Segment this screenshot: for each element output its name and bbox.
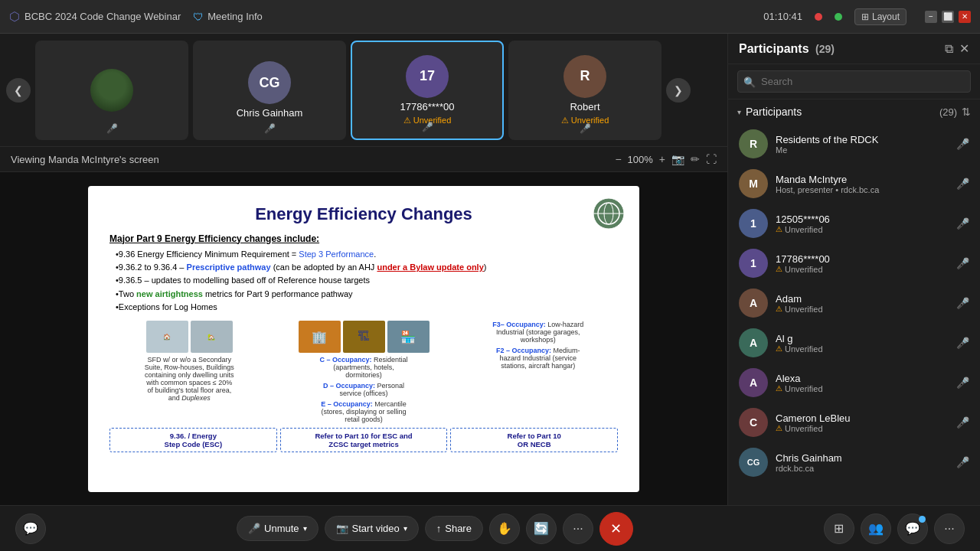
close-button[interactable]: ✕ xyxy=(959,11,971,23)
meeting-info-btn[interactable]: 🛡 Meeting Info xyxy=(193,11,263,23)
participant-card-robert: R Robert ⚠ Unverified 🎤 xyxy=(508,41,662,140)
participant-item-manda: M Manda McIntyre Host, presenter • rdck.… xyxy=(728,164,980,204)
warning-icon-alexa: ⚠ xyxy=(776,384,782,393)
bullet-2: •9.36.2 to 9.36.4 – Prescriptive pathway… xyxy=(116,262,618,273)
participant-item-alg: A Al g ⚠ Unverified 🎤 xyxy=(728,323,980,363)
content-header: Viewing Manda McIntyre's screen − 100% +… xyxy=(0,147,727,172)
cde-section: 🏢 🏗 🏪 C – Occupancy: Residential (apartm… xyxy=(284,321,444,423)
recording-dot xyxy=(815,13,822,21)
warning-icon-12505: ⚠ xyxy=(776,225,782,233)
raise-hand-button[interactable]: ✋ xyxy=(489,514,520,544)
participant-strip: ❮ 🎤 CG Chris Gainham 🎤 17 17786****00 ⚠ … xyxy=(0,34,727,147)
reactions-icon: 🔄 xyxy=(534,521,549,536)
annotation-button[interactable]: 📷 xyxy=(671,153,684,165)
maximize-button[interactable]: ⬜ xyxy=(942,11,954,23)
participant-card-17786: 17 17786****00 ⚠ Unverified 🎤 xyxy=(351,41,504,140)
participant-info-chris-g: Chris Gainham rdck.bc.ca xyxy=(776,452,949,473)
participant-info-alexa: Alexa ⚠ Unverified xyxy=(776,373,949,393)
bottom-labels: 9.36. / EnergyStep Code (ESC) Refer to P… xyxy=(109,428,618,452)
reactions-button[interactable]: 🔄 xyxy=(526,514,557,544)
mic-off-icon-1: 🎤 xyxy=(106,123,118,134)
avatar-17786: 17 xyxy=(406,55,449,98)
section-header[interactable]: ▾ Participants (29) ⇅ xyxy=(728,99,980,124)
sfd-img-2: 🏡 xyxy=(191,321,233,353)
mic-icon-rdck: 🎤 xyxy=(956,138,969,150)
window-controls: − ⬜ ✕ xyxy=(925,11,971,23)
more-right-button[interactable]: ··· xyxy=(934,514,965,544)
chevron-down-icon: ▾ xyxy=(737,108,741,116)
presentation-slide: Energy Efficiency Changes Major Part 9 E… xyxy=(88,186,639,492)
f-section: F3– Occupancy: Low-hazard Industrial (st… xyxy=(458,321,618,370)
slide-logo xyxy=(592,197,626,230)
bullet-1: •9.36 Energy Efficiency Minimum Requirem… xyxy=(116,249,618,260)
start-video-button[interactable]: 📷 Start video ▾ xyxy=(325,516,419,541)
participant-info-cameron: Cameron LeBleu ⚠ Unverified xyxy=(776,412,949,433)
participant-item-chris-g: CG Chris Gainham rdck.bc.ca 🎤 xyxy=(728,442,980,482)
participants-panel: Participants (29) ⧉ ✕ 🔍 ▾ Participants (… xyxy=(727,34,980,505)
participant-item-alexa: A Alexa ⚠ Unverified 🎤 xyxy=(728,363,980,403)
end-call-button[interactable]: ✕ xyxy=(599,512,633,546)
section-title: Participants xyxy=(746,106,935,118)
share-button[interactable]: ↑ Share xyxy=(425,516,483,541)
meeting-timer: 01:10:41 xyxy=(763,11,802,22)
avatar-chris: CG xyxy=(248,61,291,104)
participant-info-alg: Al g ⚠ Unverified xyxy=(776,333,949,354)
search-icon: 🔍 xyxy=(743,76,756,87)
chat-toggle-button[interactable]: 💬 xyxy=(15,514,46,544)
apps-button[interactable]: ⊞ xyxy=(824,514,854,544)
unmute-button[interactable]: 🎤 Unmute ▾ xyxy=(237,516,318,541)
participants-button[interactable]: 👥 xyxy=(861,514,891,544)
e-img: 🏪 xyxy=(387,321,430,353)
participant-info-17786-list: 17786****00 ⚠ Unverified xyxy=(776,253,949,274)
more-button[interactable]: ··· xyxy=(563,514,593,544)
draw-button[interactable]: ✏ xyxy=(691,153,700,165)
participant-item-cameron: C Cameron LeBleu ⚠ Unverified 🎤 xyxy=(728,403,980,442)
strip-prev-button[interactable]: ❮ xyxy=(6,78,31,103)
mic-icon-17786-list: 🎤 xyxy=(956,257,969,269)
sort-button[interactable]: ⇅ xyxy=(962,106,971,118)
mic-icon-alg: 🎤 xyxy=(956,337,969,349)
strip-next-button[interactable]: ❯ xyxy=(666,78,691,103)
fullscreen-button[interactable]: ⛶ xyxy=(706,153,717,165)
necb-label: Refer to Part 10OR NECB xyxy=(450,428,618,452)
warning-icon-17786: ⚠ xyxy=(403,116,411,126)
panel-popout-button[interactable]: ⧉ xyxy=(945,42,953,56)
mic-icon-cameron: 🎤 xyxy=(956,416,969,429)
more-right-icon: ··· xyxy=(944,522,954,536)
f2-caption: F2 – Occupancy: Medium-hazard Industrial… xyxy=(492,347,584,370)
panel-header: Participants (29) ⧉ ✕ xyxy=(728,34,980,64)
zoom-out-button[interactable]: − xyxy=(615,153,621,165)
layout-icon: ⊞ xyxy=(861,11,869,22)
zoom-in-button[interactable]: + xyxy=(659,153,665,165)
chat-icon: 💬 xyxy=(23,521,38,536)
mic-icon-12505: 🎤 xyxy=(956,217,969,230)
warning-icon-alg: ⚠ xyxy=(776,344,782,353)
d-img: 🏗 xyxy=(343,321,385,353)
d-caption: D – Occupancy: Personal service (offices… xyxy=(318,382,410,397)
participant-info-adam: Adam ⚠ Unverified xyxy=(776,293,949,314)
avatar-17786-list: 1 xyxy=(739,249,768,278)
slide-container: Energy Efficiency Changes Major Part 9 E… xyxy=(0,172,727,505)
avatar-alexa: A xyxy=(739,368,768,397)
mic-on-icon: 🎤 xyxy=(422,122,433,132)
status-dot-green xyxy=(835,13,842,21)
warning-icon-adam: ⚠ xyxy=(776,305,782,313)
layout-button[interactable]: ⊞ Layout xyxy=(854,8,906,25)
toolbar-right: ⊞ 👥 💬 ··· xyxy=(824,514,965,544)
mic-icon-alexa: 🎤 xyxy=(956,377,969,389)
warning-icon-17786-list: ⚠ xyxy=(776,265,782,273)
minimize-button[interactable]: − xyxy=(925,11,937,23)
participant-info-12505: 12505****06 ⚠ Unverified xyxy=(776,214,949,234)
slide-section-title: Major Part 9 Energy Efficiency changes i… xyxy=(109,233,618,244)
shield-icon: 🛡 xyxy=(193,11,204,23)
mic-icon-chris-g: 🎤 xyxy=(956,456,969,468)
panel-close-button[interactable]: ✕ xyxy=(959,41,969,56)
avatar-alg: A xyxy=(739,328,768,357)
participant-item-12505: 1 12505****06 ⚠ Unverified 🎤 xyxy=(728,204,980,243)
search-input[interactable] xyxy=(737,70,971,93)
chat-button[interactable]: 💬 xyxy=(897,514,928,544)
participant-item-17786-list: 1 17786****00 ⚠ Unverified 🎤 xyxy=(728,243,980,283)
avatar-12505: 1 xyxy=(739,209,768,238)
sfd-section: 🏠 🏡 SFD w/ or w/o a Secondary Suite, Row… xyxy=(109,321,270,402)
sfd-caption: SFD w/ or w/o a Secondary Suite, Row-hou… xyxy=(143,356,235,402)
